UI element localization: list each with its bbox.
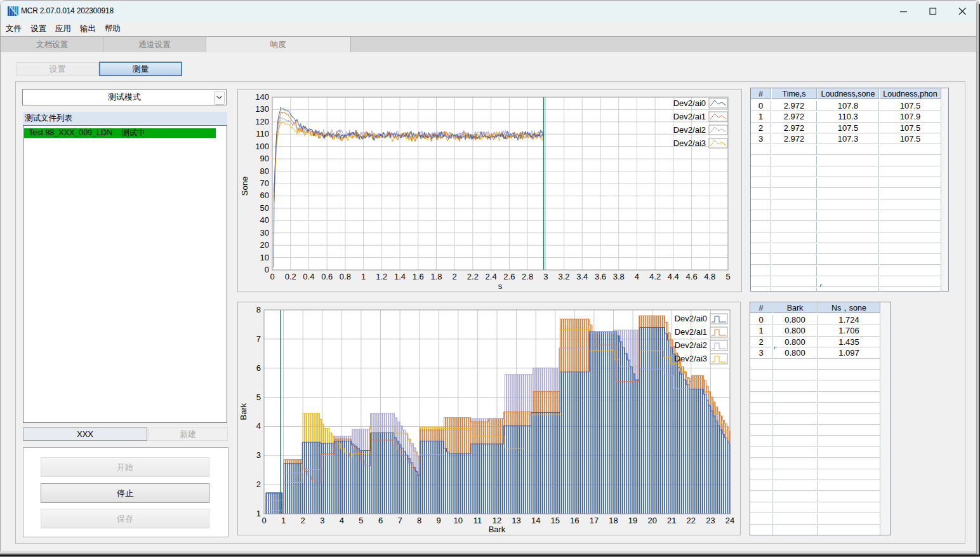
svg-text:2: 2 <box>301 516 305 525</box>
svg-text:5: 5 <box>256 393 261 402</box>
svg-text:Dev2/ai2: Dev2/ai2 <box>675 340 707 350</box>
svg-text:4.4: 4.4 <box>668 272 679 281</box>
svg-text:0.4: 0.4 <box>303 272 314 281</box>
svg-text:s: s <box>498 281 503 291</box>
svg-text:Dev2/ai0: Dev2/ai0 <box>675 314 707 323</box>
svg-text:140: 140 <box>255 92 269 102</box>
svg-text:2.4: 2.4 <box>486 272 497 281</box>
svg-text:5: 5 <box>359 516 363 525</box>
svg-text:1: 1 <box>361 272 366 281</box>
svg-text:Dev2/ai1: Dev2/ai1 <box>675 327 707 337</box>
svg-text:1: 1 <box>256 509 261 518</box>
svg-text:3.8: 3.8 <box>613 272 625 281</box>
svg-text:4.2: 4.2 <box>649 272 661 281</box>
svg-text:24: 24 <box>725 516 734 525</box>
svg-text:16: 16 <box>570 516 579 525</box>
svg-text:2.8: 2.8 <box>522 272 533 281</box>
svg-text:Dev2/ai2: Dev2/ai2 <box>673 125 706 135</box>
svg-text:100: 100 <box>255 142 269 151</box>
svg-text:7: 7 <box>397 516 402 525</box>
svg-text:Bark: Bark <box>489 525 506 534</box>
svg-text:Dev2/ai3: Dev2/ai3 <box>673 138 706 148</box>
svg-text:50: 50 <box>260 203 269 213</box>
svg-text:3.6: 3.6 <box>595 272 606 281</box>
svg-text:Dev2/ai0: Dev2/ai0 <box>673 98 706 108</box>
svg-text:120: 120 <box>255 117 269 126</box>
svg-text:10: 10 <box>454 516 463 525</box>
svg-text:4: 4 <box>256 421 261 431</box>
svg-text:3: 3 <box>543 272 548 281</box>
svg-text:19: 19 <box>628 516 637 525</box>
svg-text:Sone: Sone <box>240 177 249 196</box>
svg-text:Bark: Bark <box>239 403 248 420</box>
svg-text:60: 60 <box>260 191 269 200</box>
svg-text:0.8: 0.8 <box>340 272 351 281</box>
svg-text:0: 0 <box>262 516 266 525</box>
svg-text:0: 0 <box>270 272 274 281</box>
svg-text:7: 7 <box>256 334 261 344</box>
svg-text:17: 17 <box>590 516 599 525</box>
svg-text:2: 2 <box>256 480 261 489</box>
svg-text:4.6: 4.6 <box>686 272 698 281</box>
svg-text:2: 2 <box>453 272 457 281</box>
svg-text:10: 10 <box>260 253 269 262</box>
svg-text:13: 13 <box>512 516 520 525</box>
svg-text:90: 90 <box>260 154 269 163</box>
svg-text:130: 130 <box>255 104 269 114</box>
svg-text:0.2: 0.2 <box>285 272 296 281</box>
svg-text:23: 23 <box>706 516 715 525</box>
svg-text:4: 4 <box>635 272 639 281</box>
svg-text:2.6: 2.6 <box>503 272 515 281</box>
svg-text:0: 0 <box>265 265 269 274</box>
svg-text:6: 6 <box>378 516 383 525</box>
svg-text:1.6: 1.6 <box>413 272 424 281</box>
svg-text:20: 20 <box>647 516 656 525</box>
svg-text:Dev2/ai1: Dev2/ai1 <box>673 112 706 121</box>
svg-text:11: 11 <box>473 516 482 525</box>
svg-text:14: 14 <box>531 516 540 525</box>
svg-text:40: 40 <box>260 215 269 225</box>
svg-text:2.2: 2.2 <box>467 272 479 281</box>
svg-text:8: 8 <box>417 516 421 525</box>
svg-text:1.2: 1.2 <box>376 272 387 281</box>
svg-text:70: 70 <box>260 178 269 188</box>
svg-text:18: 18 <box>609 516 618 525</box>
svg-text:3.4: 3.4 <box>576 272 588 281</box>
svg-text:15: 15 <box>551 516 560 525</box>
svg-text:110: 110 <box>256 129 269 138</box>
svg-text:0.6: 0.6 <box>321 272 333 281</box>
svg-text:1: 1 <box>281 516 286 525</box>
svg-text:21: 21 <box>667 516 676 525</box>
svg-text:4: 4 <box>340 516 344 525</box>
svg-text:6: 6 <box>256 363 261 373</box>
svg-text:22: 22 <box>687 516 696 525</box>
svg-text:Dev2/ai3: Dev2/ai3 <box>675 354 707 363</box>
svg-text:8: 8 <box>256 305 261 314</box>
svg-text:1.8: 1.8 <box>430 272 442 281</box>
svg-text:1.4: 1.4 <box>394 272 406 281</box>
svg-text:3.2: 3.2 <box>558 272 569 281</box>
svg-text:30: 30 <box>260 228 269 238</box>
svg-text:4.8: 4.8 <box>704 272 715 281</box>
svg-text:20: 20 <box>260 240 269 250</box>
svg-text:5: 5 <box>725 272 730 281</box>
svg-text:80: 80 <box>260 166 269 176</box>
svg-text:3: 3 <box>320 516 324 525</box>
svg-text:12: 12 <box>493 516 501 525</box>
svg-text:9: 9 <box>437 516 441 525</box>
svg-text:3: 3 <box>256 450 261 460</box>
